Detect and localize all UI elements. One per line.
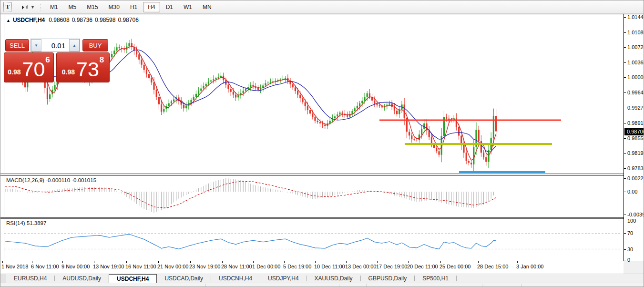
- time-axis-label: 20 Dec 11:00: [407, 264, 438, 269]
- time-axis-label: 25 Dec 00:00: [440, 264, 470, 269]
- time-axis-label: 9 Nov 00:00: [61, 264, 90, 269]
- price-axis-label: 0.98190: [627, 150, 644, 156]
- ohlc-open: 0.98608: [49, 17, 69, 23]
- time-tick: [126, 261, 127, 263]
- timeframe-button-m15[interactable]: M15: [82, 2, 102, 12]
- time-axis-label: 13 Dec 00:00: [345, 264, 376, 269]
- arrows-tool-button[interactable]: [20, 2, 30, 12]
- time-tick: [2, 261, 3, 263]
- timeframe-button-m1[interactable]: M1: [45, 2, 63, 12]
- price-tick: [624, 138, 626, 139]
- collapse-panel-icon[interactable]: ▲: [6, 18, 10, 23]
- chart-title: ▲USDCHF,H40.986080.987360.985980.98706: [6, 17, 141, 23]
- macd-scale-label: 0.002297: [627, 175, 644, 181]
- price-axis-label: 0.99640: [627, 90, 644, 95]
- time-tick: [440, 261, 441, 263]
- time-axis[interactable]: 1 Nov 20186 Nov 11:009 Nov 00:0013 Nov 1…: [0, 261, 624, 274]
- statusbar-divider: [521, 284, 522, 287]
- price-axis-label: 1.00720: [627, 44, 644, 50]
- time-tick: [315, 261, 316, 263]
- toolbar-drag-handle[interactable]: [40, 3, 42, 11]
- price-axis-label: 0.98910: [627, 120, 644, 126]
- time-axis-label: 23 Nov 19:00: [189, 264, 220, 269]
- tab-audusd[interactable]: AUDUSD,Daily: [55, 274, 109, 283]
- buy-price-prefix: 0.98: [62, 68, 75, 76]
- mt4-window: T ▼ M1M5M15M30H1H4D1W1MN ▲USDCHF,H40.986…: [0, 0, 644, 287]
- rsi-scale-tick: [624, 249, 626, 250]
- rsi-label: RSI(14) 51.3897: [6, 220, 46, 226]
- text-tool-button[interactable]: T: [2, 2, 13, 12]
- main-chart-pane[interactable]: ▲USDCHF,H40.986080.987360.985980.98706 S…: [0, 14, 624, 174]
- macd-scale-tick: [624, 178, 626, 179]
- chevron-down-icon: ▼: [34, 43, 38, 48]
- tab-gbpusd[interactable]: GBPUSD,Daily: [361, 274, 415, 283]
- timeframe-button-w1[interactable]: W1: [179, 2, 197, 12]
- macd-scale-label: -0.003904: [627, 212, 644, 217]
- one-click-trading-panel: SELL ▼ ▲ BUY 0.98706 0.98738: [4, 37, 110, 82]
- price-axis-label: 0.98550: [627, 135, 644, 141]
- lot-increase-button[interactable]: ▲: [69, 39, 80, 51]
- timeframe-button-mn[interactable]: MN: [198, 2, 216, 12]
- chart-tab-bar: EURUSD,H4AUDUSD,DailyUSDCHF,H4USDCAD,Dai…: [0, 274, 644, 283]
- lot-size-input[interactable]: [41, 39, 69, 51]
- price-tick: [624, 92, 626, 93]
- time-tick: [408, 261, 409, 263]
- tab-bar-corner: [0, 274, 6, 283]
- time-axis-label: 13 Nov 19:00: [93, 264, 124, 269]
- time-axis-label: 28 Dec 15:00: [477, 264, 508, 269]
- statusbar-divider: [339, 284, 339, 287]
- rsi-scale-label: 70: [627, 230, 633, 236]
- timeframe-button-h1[interactable]: H1: [125, 2, 142, 12]
- rsi-pane[interactable]: RSI(14) 51.3897: [0, 218, 624, 261]
- statusbar-divider: [482, 284, 482, 287]
- current-price-badge: 0.98706: [624, 128, 644, 135]
- time-tick: [517, 261, 518, 263]
- buy-button[interactable]: BUY: [82, 39, 108, 51]
- lot-size-control: ▼ ▲: [31, 39, 80, 52]
- macd-signal-value: -0.001015: [72, 177, 96, 183]
- price-axis[interactable]: 1.014401.010801.007201.003601.000000.996…: [624, 14, 644, 261]
- price-tick: [624, 123, 626, 123]
- macd-scale-label: 0.00: [627, 189, 637, 195]
- time-axis-label: 17 Dec 19:00: [376, 264, 407, 269]
- price-axis-label: 1.01440: [627, 14, 644, 20]
- time-tick: [377, 261, 378, 263]
- macd-pane[interactable]: MACD(12,26,9) -0.000110 -0.001015: [0, 175, 624, 218]
- time-axis-label: 28 Nov 11:00: [221, 264, 252, 269]
- timeframe-button-h4[interactable]: H4: [143, 2, 160, 12]
- buy-price-button[interactable]: 0.98738: [56, 52, 110, 82]
- tab-usdchf[interactable]: USDCHF,H4: [109, 274, 157, 283]
- tab-eurusd[interactable]: EURUSD,H4: [6, 274, 54, 283]
- macd-scale-tick: [624, 215, 626, 215]
- ohlc-low: 0.98598: [95, 17, 115, 23]
- chevron-down-icon[interactable]: ▼: [31, 5, 35, 10]
- price-tick: [624, 47, 626, 48]
- timeframe-button-m30[interactable]: M30: [104, 2, 124, 12]
- tab-xauusd[interactable]: XAUUSD,Daily: [307, 274, 360, 283]
- rsi-name: RSI(14): [6, 220, 25, 226]
- sell-price-button[interactable]: 0.98706: [4, 52, 54, 82]
- time-axis-label: 1 Dec 00:00: [252, 264, 280, 269]
- time-axis-label: 3 Jan 00:00: [516, 264, 544, 269]
- time-tick: [284, 261, 285, 263]
- price-tick: [624, 168, 626, 169]
- buy-price-pip: 8: [100, 55, 104, 65]
- rsi-scale-tick: [624, 233, 626, 234]
- tab-sp500[interactable]: SP500,H1: [415, 274, 456, 283]
- timeframe-button-m5[interactable]: M5: [64, 2, 82, 12]
- timeframe-button-d1[interactable]: D1: [161, 2, 178, 12]
- lot-decrease-button[interactable]: ▼: [31, 39, 41, 51]
- tab-usdjpy[interactable]: USDJPY,H4: [260, 274, 306, 283]
- price-tick: [624, 108, 626, 108]
- sell-button[interactable]: SELL: [5, 39, 29, 51]
- price-axis-label: 0.99270: [627, 105, 644, 111]
- time-tick: [478, 261, 479, 263]
- rsi-chart[interactable]: [0, 219, 624, 261]
- time-tick: [158, 261, 159, 263]
- tab-usdcad[interactable]: USDCAD,Daily: [157, 274, 211, 283]
- time-axis-label: 5 Dec 19:00: [283, 264, 311, 269]
- chart-symbol: USDCHF,H4: [13, 17, 45, 23]
- text-tool-icon: T: [3, 2, 12, 11]
- time-tick: [253, 261, 254, 263]
- tab-usdcnh[interactable]: USDCNH,H4: [211, 274, 260, 283]
